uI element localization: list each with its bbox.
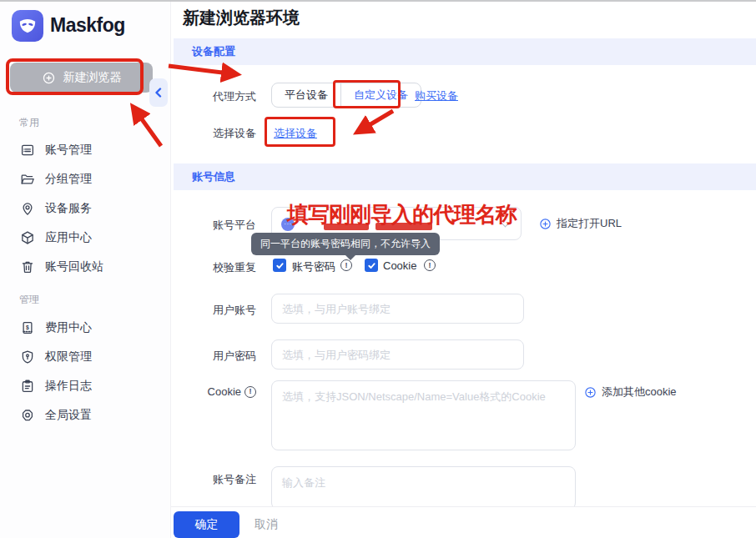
section-header-account-info: 账号信息 (174, 163, 756, 190)
proxy-method-segmented-control: 平台设备 自定义设备 (271, 83, 421, 108)
sidebar-item-device-service[interactable]: 设备服务 (20, 199, 92, 218)
maskfog-logo-icon (12, 10, 43, 42)
info-icon[interactable]: ! (424, 259, 436, 271)
password-label: 用户密码 (186, 349, 256, 364)
info-icon[interactable]: ! (244, 386, 256, 398)
annotation-arrow-select-device (358, 111, 393, 132)
chevron-down-icon (501, 219, 510, 228)
folder-list-icon (20, 143, 35, 158)
sidebar-section-management: 管理 (19, 293, 39, 307)
section-header-device-config: 设备配置 (174, 38, 756, 65)
duplicate-warning-tooltip: 同一平台的账号密码相同，不允许导入 (251, 233, 440, 255)
account-note-textarea[interactable] (271, 466, 576, 510)
open-folder-icon (20, 172, 35, 187)
cookie-label: Cookie ! (186, 385, 256, 398)
bill-dollar-icon: $ (20, 320, 35, 335)
checkbox-label-account-password: 账号密码 (292, 259, 335, 274)
segment-custom-device[interactable]: 自定义设备 (341, 83, 421, 107)
gear-icon (20, 408, 35, 423)
app-window: Maskfog 新建浏览器 常用 账号管理 分组管理 (0, 0, 756, 538)
cookie-textarea[interactable] (271, 380, 576, 450)
cancel-button[interactable]: 取消 (255, 517, 278, 532)
sidebar-collapse-handle[interactable] (149, 78, 168, 107)
check-icon (275, 261, 285, 270)
info-icon[interactable]: ! (340, 259, 352, 271)
sidebar-item-account-management[interactable]: 账号管理 (20, 141, 92, 159)
dialog-footer: 确定 取消 (171, 506, 756, 538)
sidebar-item-app-center[interactable]: 应用中心 (20, 229, 92, 247)
sidebar-item-global-settings[interactable]: 全局设置 (20, 406, 92, 425)
sidebar-item-account-recycle-bin[interactable]: 账号回收站 (20, 258, 103, 276)
username-input[interactable] (271, 294, 524, 324)
svg-text:$: $ (26, 324, 29, 331)
sidebar-item-operation-log[interactable]: 操作日志 (20, 377, 92, 395)
platform-logo-icon: ··· (281, 218, 295, 231)
location-pin-icon (20, 201, 35, 216)
add-other-cookie-link[interactable]: 添加其他cookie (584, 385, 677, 400)
checkbox-label-cookie: Cookie (383, 259, 416, 272)
buy-device-link[interactable]: 购买设备 (415, 88, 458, 103)
specify-open-url-link[interactable]: 指定打开URL (539, 216, 622, 231)
checkbox-account-password[interactable] (273, 259, 286, 272)
segment-platform-device[interactable]: 平台设备 (272, 83, 340, 107)
clipboard-icon (20, 379, 35, 394)
window-top-edge (0, 0, 756, 2)
sidebar-item-permission-management[interactable]: 权限管理 (20, 348, 92, 366)
sidebar: Maskfog 新建浏览器 常用 账号管理 分组管理 (0, 0, 171, 538)
chevron-left-icon (154, 88, 163, 98)
confirm-button[interactable]: 确定 (174, 511, 239, 538)
cube-icon (20, 230, 35, 245)
account-note-label: 账号备注 (186, 472, 256, 487)
new-browser-button[interactable]: 新建浏览器 (10, 63, 153, 93)
select-device-label: 选择设备 (186, 126, 256, 141)
shield-key-icon (20, 349, 35, 365)
check-icon (367, 261, 376, 270)
plus-circle-icon (539, 218, 552, 230)
sidebar-section-common: 常用 (19, 116, 39, 130)
checkbox-cookie[interactable] (365, 259, 378, 272)
proxy-method-label: 代理方式 (186, 89, 256, 104)
account-platform-label: 账号平台 (186, 218, 256, 233)
annotation-arrow-proxy-row (169, 66, 236, 74)
select-device-link[interactable]: 选择设备 (274, 126, 317, 141)
check-duplicate-label: 校验重复 (186, 260, 256, 275)
mask-icon (17, 15, 38, 37)
sidebar-item-cost-center[interactable]: $ 费用中心 (20, 319, 92, 337)
brand-name: Maskfog (50, 14, 125, 37)
password-input[interactable] (271, 339, 524, 370)
sidebar-item-group-management[interactable]: 分组管理 (20, 170, 92, 189)
plus-circle-icon (42, 71, 56, 85)
plus-circle-icon (584, 386, 597, 399)
trash-icon (20, 259, 35, 274)
username-label: 用户账号 (186, 303, 256, 318)
page-title: 新建浏览器环境 (183, 7, 300, 29)
tooltip-caret (345, 254, 356, 260)
